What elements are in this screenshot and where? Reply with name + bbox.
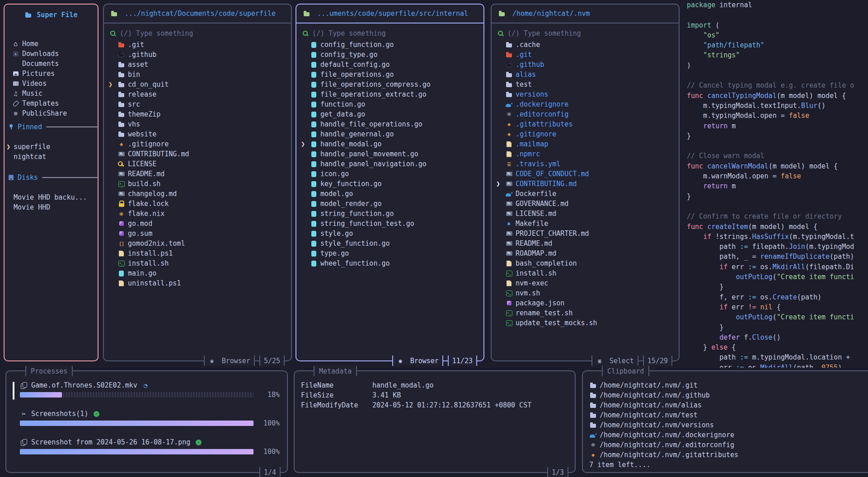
file-item[interactable]: build.sh bbox=[104, 179, 291, 189]
sidebar-item-templates[interactable]: Templates bbox=[5, 98, 98, 108]
superfile-app: Super File HomeDownloadsDocumentsPicture… bbox=[0, 0, 868, 477]
disk-item[interactable]: Movie HHD backu... bbox=[5, 192, 98, 202]
file-item[interactable]: get_data.go bbox=[296, 109, 483, 119]
panel-2-search[interactable]: (/) Type something bbox=[302, 28, 479, 39]
file-item[interactable]: asset bbox=[104, 60, 291, 70]
file-item[interactable]: LICENSE bbox=[104, 159, 291, 169]
file-item[interactable]: alias bbox=[492, 70, 679, 80]
file-name: handle_file_operations.go bbox=[320, 120, 422, 128]
file-item[interactable]: CODE_OF_CONDUCT.md bbox=[492, 169, 679, 179]
file-item[interactable]: flake.nix bbox=[104, 209, 291, 219]
process-item[interactable]: Screenshots(1)100% bbox=[14, 409, 280, 428]
file-item[interactable]: .mailmap bbox=[492, 139, 679, 149]
file-item[interactable]: themeZip bbox=[104, 109, 291, 119]
file-item[interactable]: vhs bbox=[104, 119, 291, 129]
go-icon bbox=[310, 140, 318, 148]
file-item[interactable]: .git bbox=[104, 40, 291, 50]
file-item[interactable]: style.go bbox=[296, 229, 483, 238]
file-item[interactable]: package.json bbox=[492, 298, 679, 308]
file-item[interactable]: handle_panel_navigation.go bbox=[296, 159, 483, 169]
file-item[interactable]: go.sum bbox=[104, 229, 291, 238]
file-item[interactable]: bin bbox=[104, 70, 291, 80]
file-item[interactable]: .travis.yml bbox=[492, 159, 679, 169]
file-item[interactable]: icon.go bbox=[296, 169, 483, 179]
sidebar-item-videos[interactable]: Videos bbox=[5, 79, 98, 89]
file-item[interactable]: string_function_test.go bbox=[296, 219, 483, 229]
file-item[interactable]: CONTRIBUTING.md bbox=[104, 149, 291, 159]
label: Movie HHD backu... bbox=[12, 193, 87, 201]
file-item[interactable]: config_function.go bbox=[296, 40, 483, 50]
file-item[interactable]: uninstall.ps1 bbox=[104, 278, 291, 288]
sidebar-item-home[interactable]: Home bbox=[5, 39, 98, 49]
file-item[interactable]: website bbox=[104, 129, 291, 139]
file-item[interactable]: wheel_function.go bbox=[296, 258, 483, 268]
panel-3-search[interactable]: (/) Type something bbox=[497, 28, 674, 39]
file-item[interactable]: ROADMAP.md bbox=[492, 248, 679, 258]
file-item[interactable]: LICENSE.md bbox=[492, 209, 679, 219]
file-item[interactable]: .cache bbox=[492, 40, 679, 50]
file-item[interactable]: handle_file_operations.go bbox=[296, 119, 483, 129]
file-item[interactable]: .gitattributes bbox=[492, 119, 679, 129]
file-item[interactable]: .gitignore bbox=[492, 129, 679, 139]
file-item[interactable]: rename_test.sh bbox=[492, 308, 679, 318]
sidebar-item-downloads[interactable]: Downloads bbox=[5, 49, 98, 59]
file-item[interactable]: default_config.go bbox=[296, 60, 483, 70]
file-item[interactable]: gomod2nix.toml bbox=[104, 238, 291, 248]
file-item[interactable]: release bbox=[104, 89, 291, 99]
file-item[interactable]: model.go bbox=[296, 189, 483, 199]
file-item[interactable]: test bbox=[492, 80, 679, 89]
file-item[interactable]: file_operations_compress.go bbox=[296, 80, 483, 89]
file-item[interactable]: install.ps1 bbox=[104, 248, 291, 258]
file-item[interactable]: file_operations_extract.go bbox=[296, 89, 483, 99]
file-item[interactable]: versions bbox=[492, 89, 679, 99]
file-item[interactable]: README.md bbox=[104, 169, 291, 179]
file-item[interactable]: key_function.go bbox=[296, 179, 483, 189]
file-item[interactable]: PROJECT_CHARTER.md bbox=[492, 229, 679, 238]
file-item[interactable]: src bbox=[104, 99, 291, 109]
sidebar-item-music[interactable]: Music bbox=[5, 89, 98, 98]
file-item[interactable]: .gitignore bbox=[104, 139, 291, 149]
pinned-item[interactable]: nightcat bbox=[5, 152, 98, 162]
file-item[interactable]: ❯cd_on_quit bbox=[104, 80, 291, 89]
clipboard-path: /home/nightcat/.nvm/test bbox=[600, 411, 698, 419]
file-item[interactable]: install.sh bbox=[492, 268, 679, 278]
file-item[interactable]: .github bbox=[104, 50, 291, 60]
file-item[interactable]: handle_genernal.go bbox=[296, 129, 483, 139]
file-item[interactable]: .git bbox=[492, 50, 679, 60]
file-item[interactable]: update_test_mocks.sh bbox=[492, 318, 679, 328]
file-item[interactable]: handle_panel_movement.go bbox=[296, 149, 483, 159]
file-item[interactable]: .editorconfig bbox=[492, 109, 679, 119]
sidebar-item-publicshare[interactable]: PublicShare bbox=[5, 108, 98, 118]
file-item[interactable]: bash_completion bbox=[492, 258, 679, 268]
file-item[interactable]: .github bbox=[492, 60, 679, 70]
file-item[interactable]: config_type.go bbox=[296, 50, 483, 60]
sidebar-item-pictures[interactable]: Pictures bbox=[5, 69, 98, 79]
file-item[interactable]: README.md bbox=[492, 238, 679, 248]
process-item[interactable]: Game.of.Thrones.S02E02.mkv18% bbox=[14, 380, 280, 399]
file-item[interactable]: go.mod bbox=[104, 219, 291, 229]
file-item[interactable]: ❯handle_modal.go bbox=[296, 139, 483, 149]
disk-item[interactable]: Movie HHD bbox=[5, 202, 98, 212]
file-item[interactable]: .dockerignore bbox=[492, 99, 679, 109]
file-item[interactable]: function.go bbox=[296, 99, 483, 109]
file-item[interactable]: model_render.go bbox=[296, 199, 483, 209]
pinned-item[interactable]: ❯superfile bbox=[5, 142, 98, 152]
file-item[interactable]: string_function.go bbox=[296, 209, 483, 219]
file-item[interactable]: .npmrc bbox=[492, 149, 679, 159]
file-item[interactable]: Dockerfile bbox=[492, 189, 679, 199]
file-item[interactable]: install.sh bbox=[104, 258, 291, 268]
file-item[interactable]: Makefile bbox=[492, 219, 679, 229]
file-item[interactable]: nvm.sh bbox=[492, 288, 679, 298]
file-item[interactable]: GOVERNANCE.md bbox=[492, 199, 679, 209]
file-item[interactable]: ❯CONTRIBUTING.md bbox=[492, 179, 679, 189]
sidebar-item-documents[interactable]: Documents bbox=[5, 59, 98, 69]
file-item[interactable]: main.go bbox=[104, 268, 291, 278]
panel-1-search[interactable]: (/) Type something bbox=[109, 28, 286, 39]
file-item[interactable]: changelog.md bbox=[104, 189, 291, 199]
file-item[interactable]: flake.lock bbox=[104, 199, 291, 209]
file-item[interactable]: nvm-exec bbox=[492, 278, 679, 288]
process-item[interactable]: Screenshot from 2024-05-26 16-08-17.png1… bbox=[14, 437, 280, 456]
file-item[interactable]: file_operations.go bbox=[296, 70, 483, 80]
file-item[interactable]: style_function.go bbox=[296, 238, 483, 248]
file-item[interactable]: type.go bbox=[296, 248, 483, 258]
